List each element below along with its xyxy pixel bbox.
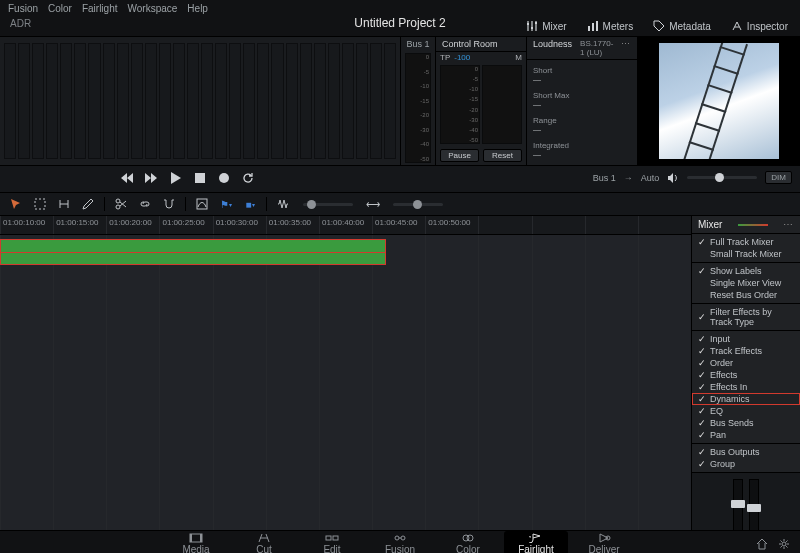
pencil-tool[interactable] <box>80 196 96 212</box>
scissors-tool[interactable] <box>113 196 129 212</box>
mixer-opt-small[interactable]: Small Track Mixer <box>692 248 800 263</box>
monitor-bus[interactable]: Bus 1 <box>593 173 616 183</box>
time-mark[interactable]: 01:00:10:00 <box>0 216 53 234</box>
automation-tool[interactable] <box>194 196 210 212</box>
time-mark[interactable] <box>532 216 585 234</box>
menu-fairlight[interactable]: Fairlight <box>82 3 118 14</box>
toggle-mixer-topbar[interactable]: Mixer <box>520 18 572 34</box>
time-mark[interactable]: 01:00:20:00 <box>106 216 159 234</box>
channel-meter <box>384 43 396 159</box>
mixer-opt-single[interactable]: Single Mixer View <box>692 277 800 289</box>
zoom-slider-2[interactable] <box>393 203 443 206</box>
play-button[interactable] <box>168 170 184 186</box>
mixer-opt-full[interactable]: ✓Full Track Mixer <box>692 236 800 248</box>
time-mark[interactable] <box>585 216 638 234</box>
mixer-opt-order[interactable]: ✓Order <box>692 357 800 369</box>
toggle-metadata[interactable]: Metadata <box>647 18 717 34</box>
pointer-tool[interactable] <box>8 196 24 212</box>
page-color[interactable]: Color <box>436 531 500 553</box>
svg-rect-13 <box>190 534 192 542</box>
page-edit[interactable]: Edit <box>300 531 364 553</box>
mixer-opt-eq[interactable]: ✓EQ <box>692 405 800 417</box>
mixer-opt-labels[interactable]: ✓Show Labels <box>692 265 800 277</box>
marker-tool[interactable]: ■▾ <box>242 196 258 212</box>
pause-button[interactable]: Pause <box>440 149 479 162</box>
fairlight-icon <box>529 533 543 543</box>
mixer-opt-effectsin[interactable]: ✓Effects In <box>692 381 800 393</box>
svg-point-18 <box>401 536 405 540</box>
link-tool[interactable] <box>137 196 153 212</box>
mixer-options-icon[interactable]: ⋯ <box>783 219 794 230</box>
time-mark[interactable]: 01:00:30:00 <box>213 216 266 234</box>
mixer-opt-group[interactable]: ✓Group <box>692 458 800 470</box>
svg-rect-0 <box>527 23 529 25</box>
transient-tool[interactable] <box>275 196 291 212</box>
time-mark[interactable]: 01:00:15:00 <box>53 216 106 234</box>
stop-button[interactable] <box>192 170 208 186</box>
loudness-standard[interactable]: BS.1770-1 (LU) <box>580 39 613 57</box>
mixer-opt-input[interactable]: ✓Input <box>692 333 800 345</box>
page-cut[interactable]: Cut <box>232 531 296 553</box>
channel-meter <box>159 43 171 159</box>
menu-color[interactable]: Color <box>48 3 72 14</box>
channel-meter <box>88 43 100 159</box>
mixer-opt-pan[interactable]: ✓Pan <box>692 429 800 444</box>
fast-forward-button[interactable] <box>144 170 160 186</box>
loop-button[interactable] <box>240 170 256 186</box>
mixer-opt-filter[interactable]: ✓Filter Effects by Track Type <box>692 306 800 331</box>
flag-tool[interactable]: ⚑▾ <box>218 196 234 212</box>
mixer-opt-busout[interactable]: ✓Bus Outputs <box>692 446 800 458</box>
marquee-tool[interactable] <box>32 196 48 212</box>
page-deliver[interactable]: Deliver <box>572 531 636 553</box>
timeline[interactable]: 01:00:10:0001:00:15:0001:00:20:0001:00:2… <box>0 216 691 530</box>
page-switcher: Media Cut Edit Fusion Color Fairlight De… <box>0 530 800 553</box>
tracks-area[interactable] <box>0 235 691 530</box>
rewind-button[interactable] <box>120 170 136 186</box>
monitor-auto[interactable]: Auto <box>641 173 660 183</box>
toggle-meters[interactable]: Meters <box>581 18 640 34</box>
menu-help[interactable]: Help <box>187 3 208 14</box>
mixer-opt-bussends[interactable]: ✓Bus Sends <box>692 417 800 429</box>
time-mark[interactable]: 01:00:40:00 <box>319 216 372 234</box>
loudness-tab[interactable]: Loudness <box>533 39 572 57</box>
speaker-icon[interactable] <box>667 172 679 184</box>
menu-workspace[interactable]: Workspace <box>128 3 178 14</box>
home-icon[interactable] <box>756 538 768 550</box>
gear-icon[interactable] <box>778 538 790 550</box>
time-mark[interactable]: 01:00:25:00 <box>159 216 212 234</box>
page-fusion[interactable]: Fusion <box>368 531 432 553</box>
time-mark[interactable]: 01:00:50:00 <box>425 216 478 234</box>
zoom-slider-1[interactable] <box>303 203 353 206</box>
channel-meter <box>286 43 298 159</box>
snap-tool[interactable] <box>161 196 177 212</box>
menu-fusion[interactable]: Fusion <box>8 3 38 14</box>
control-room-tab[interactable]: Control Room <box>442 39 498 49</box>
range-tool[interactable] <box>56 196 72 212</box>
time-mark[interactable]: 01:00:35:00 <box>266 216 319 234</box>
mixer-opt-trackfx[interactable]: ✓Track Effects <box>692 345 800 357</box>
separator <box>185 197 186 211</box>
record-button[interactable] <box>216 170 232 186</box>
volume-slider[interactable] <box>687 176 757 179</box>
svg-point-10 <box>116 205 120 209</box>
audio-clip[interactable] <box>0 239 386 265</box>
loudness-menu-icon[interactable]: ⋯ <box>621 39 631 57</box>
reset-button[interactable]: Reset <box>483 149 522 162</box>
time-mark[interactable]: 01:00:45:00 <box>372 216 425 234</box>
time-mark[interactable] <box>478 216 531 234</box>
page-media[interactable]: Media <box>164 531 228 553</box>
mixer-opt-resetbus[interactable]: Reset Bus Order <box>692 289 800 304</box>
time-mark[interactable] <box>638 216 691 234</box>
svg-rect-14 <box>200 534 202 542</box>
time-ruler[interactable]: 01:00:10:0001:00:15:0001:00:20:0001:00:2… <box>0 216 691 235</box>
separator <box>104 197 105 211</box>
mixer-opt-dynamics[interactable]: ✓Dynamics <box>692 393 800 405</box>
channel-meter <box>300 43 312 159</box>
toolbar: ⚑▾ ■▾ ⟷ <box>0 193 800 216</box>
dim-button[interactable]: DIM <box>765 171 792 184</box>
toggle-inspector[interactable]: Inspector <box>725 18 794 34</box>
mixer-opt-effects[interactable]: ✓Effects <box>692 369 800 381</box>
channel-meter <box>145 43 157 159</box>
video-preview[interactable] <box>637 37 800 165</box>
page-fairlight[interactable]: Fairlight <box>504 531 568 553</box>
